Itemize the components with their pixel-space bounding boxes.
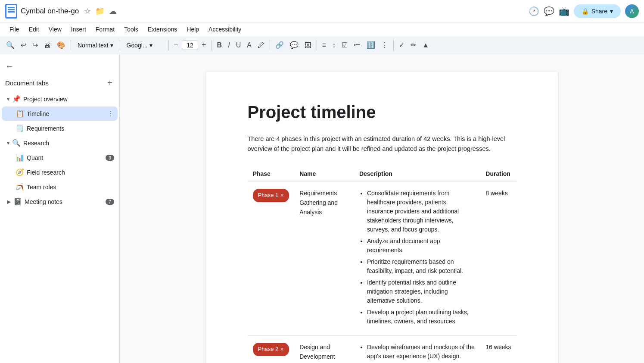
requirements-icon: 🗒️ [16,124,24,132]
sidebar-item-requirements[interactable]: 🗒️ Requirements [2,121,118,135]
undo-button[interactable]: ↩ [18,39,29,51]
menu-extensions[interactable]: Extensions [143,24,181,34]
list-item: Develop wireframes and mockups of the ap… [367,343,475,361]
bullet-list-button[interactable]: ≔ [351,39,363,51]
phase-remove-icon[interactable]: ✕ [280,192,284,199]
list-item: Develop a project plan outlining tasks, … [367,308,475,326]
sidebar-item-team-roles[interactable]: 🪃 Team roles [2,180,118,194]
redo-button[interactable]: ↪ [30,39,40,51]
paint-format-button[interactable]: 🎨 [54,39,68,51]
description-cell: Develop wireframes and mockups of the ap… [354,336,480,363]
menu-bar: File Edit View Insert Format Tools Exten… [0,22,644,36]
text-color-button[interactable]: A [244,40,254,51]
style-label: Normal text [78,42,109,49]
font-size-decrease-button[interactable]: − [171,39,181,51]
col-description: Description [354,166,480,182]
chevron-down-icon: ▾ [7,140,9,146]
research-icon: 🔍 [12,139,21,147]
menu-format[interactable]: Format [91,24,119,34]
sidebar: ← Document tabs + ▾ 📌 Project overview 📋… [0,54,120,363]
top-bar: Cymbal on-the-go ☆ 📁 ☁ 🕐 💬 📺 🔒 Share ▾ A [0,0,644,22]
sidebar-item-timeline[interactable]: 📋 Timeline ⋮ [2,106,118,121]
paragraph-style-select[interactable]: Normal text ▾ [74,40,117,50]
print-button[interactable]: 🖨 [41,40,53,51]
sidebar-item-project-overview[interactable]: ▾ 📌 Project overview [2,92,118,106]
sidebar-item-field-research[interactable]: 🧭 Field research [2,165,118,179]
quant-icon: 📊 [16,153,24,162]
align-button[interactable]: ≡ [320,40,329,51]
present-icon[interactable]: 📺 [559,6,569,16]
name-cell: Requirements Gathering and Analysis [294,182,354,336]
font-chevron-icon: ▾ [149,42,152,49]
spell-check-button[interactable]: ✓ [396,39,407,51]
menu-edit[interactable]: Edit [25,24,44,34]
cloud-icon[interactable]: ☁ [109,6,117,16]
field-research-icon: 🧭 [16,168,24,176]
timeline-icon: 📋 [16,110,24,118]
avatar[interactable]: A [625,4,639,18]
italic-button[interactable]: I [225,40,232,51]
document-page: Project timeline There are 4 phases in t… [206,72,558,363]
font-size-input[interactable]: 12 [182,41,198,50]
line-spacing-button[interactable]: ↕ [330,40,338,51]
menu-insert[interactable]: Insert [67,24,90,34]
highlight-button[interactable]: 🖊 [255,40,267,51]
link-button[interactable]: 🔗 [273,39,286,51]
list-item: Prioritize requirements based on feasibi… [367,257,475,275]
sidebar-item-research[interactable]: ▾ 🔍 Research [2,136,118,150]
divider-5 [270,40,270,50]
star-icon[interactable]: ☆ [84,6,91,16]
phase-remove-icon[interactable]: ✕ [280,346,284,353]
font-label: Googl... [127,42,148,49]
checklist-button[interactable]: ☑ [339,39,350,51]
phase-cell: Phase 2 ✕ [248,336,295,363]
table-row: Phase 1 ✕Requirements Gathering and Anal… [248,182,516,336]
style-chevron-icon: ▾ [110,42,113,49]
share-button[interactable]: 🔒 Share ▾ [574,4,621,18]
phase-badge: Phase 1 ✕ [253,189,289,202]
menu-view[interactable]: View [44,24,66,34]
font-size-increase-button[interactable]: + [199,39,209,51]
more-options-icon[interactable]: ⋮ [107,110,114,118]
folder-icon[interactable]: 📁 [95,6,105,16]
divider-6 [317,40,317,50]
duration-cell: 16 weeks [480,336,516,363]
menu-tools[interactable]: Tools [120,24,143,34]
menu-file[interactable]: File [5,24,24,34]
bold-button[interactable]: B [215,40,225,51]
menu-accessibility[interactable]: Accessibility [204,24,246,34]
divider-1 [71,40,71,50]
quant-badge: 3 [106,155,114,161]
toolbar: 🔍 ↩ ↪ 🖨 🎨 Normal text ▾ Googl... ▾ − 12 … [0,36,644,54]
sidebar-item-meeting-notes[interactable]: ▶ 📓 Meeting notes 7 [2,194,118,209]
comment-toolbar-button[interactable]: 💬 [287,39,301,51]
phase-cell: Phase 1 ✕ [248,182,295,336]
more-toolbar-button[interactable]: ⋮ [379,39,391,51]
document-tabs-label: Document tabs [5,79,49,87]
list-item: Analyze and document app requirements. [367,237,475,255]
collapse-toolbar-button[interactable]: ▲ [420,40,432,51]
sidebar-back-button[interactable]: ← [0,58,119,75]
sidebar-item-label: Research [23,140,49,147]
image-button[interactable]: 🖼 [302,40,314,51]
font-family-select[interactable]: Googl... ▾ [123,40,166,50]
sidebar-item-label: Meeting notes [25,198,62,205]
underline-button[interactable]: U [233,40,244,51]
edit-mode-button[interactable]: ✏ [408,39,419,51]
share-chevron-icon: ▾ [610,8,613,15]
title-icons: ☆ 📁 ☁ [84,6,117,16]
col-phase: Phase [248,166,295,182]
add-tab-button[interactable]: + [107,78,112,88]
meeting-notes-badge: 7 [106,199,114,205]
main-layout: ← Document tabs + ▾ 📌 Project overview 📋… [0,54,644,363]
divider-7 [393,40,394,50]
project-overview-icon: 📌 [12,95,21,103]
document-title: Cymbal on-the-go [21,7,79,16]
search-button[interactable]: 🔍 [3,39,17,51]
document-intro: There are 4 phases in this project with … [248,134,516,154]
comment-icon[interactable]: 💬 [544,6,554,16]
history-icon[interactable]: 🕐 [529,6,539,16]
menu-help[interactable]: Help [182,24,203,34]
sidebar-item-quant[interactable]: 📊 Quant 3 [2,150,118,165]
numbered-list-button[interactable]: 🔢 [364,39,378,51]
